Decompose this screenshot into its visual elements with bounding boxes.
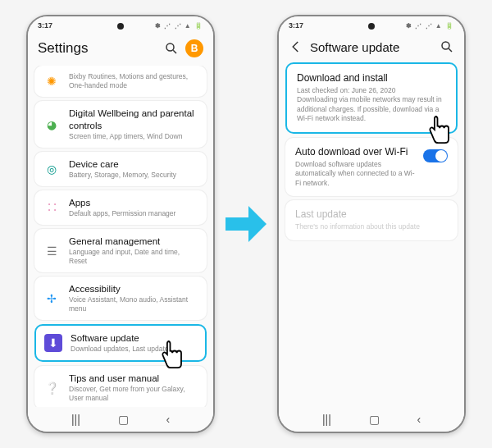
accessibility-icon: ✢ bbox=[43, 290, 61, 308]
nav-bar: ||| ▢ ‹ bbox=[279, 407, 464, 432]
software-update-icon: ⬇ bbox=[44, 334, 62, 352]
page-title: Software update bbox=[310, 40, 433, 54]
arrow-between-phones bbox=[221, 199, 271, 249]
svg-line-1 bbox=[173, 50, 176, 53]
profile-avatar[interactable]: B bbox=[185, 39, 203, 57]
settings-item-accessibility[interactable]: ✢ Accessibility Voice Assistant, Mono au… bbox=[34, 277, 207, 320]
status-time: 3:17 bbox=[289, 21, 303, 30]
search-icon[interactable] bbox=[440, 39, 454, 54]
auto-download-wifi[interactable]: Auto download over Wi-Fi Download softwa… bbox=[285, 138, 458, 196]
item-sub: Discover, Get more from your Galaxy, Use… bbox=[69, 385, 198, 403]
status-icons: ✽ ⋰ ⋰ ▲ 🔋 bbox=[155, 22, 203, 30]
settings-header: Settings B bbox=[28, 34, 213, 66]
settings-item-device-care[interactable]: ◎ Device care Battery, Storage, Memory, … bbox=[34, 152, 207, 186]
item-sub: Screen time, App timers, Wind Down bbox=[69, 132, 198, 141]
item-sub: Download updates, Last update bbox=[71, 345, 197, 354]
settings-item-software-update[interactable]: ⬇ Software update Download updates, Last… bbox=[34, 324, 207, 362]
status-time: 3:17 bbox=[38, 21, 52, 30]
general-icon: ☰ bbox=[43, 242, 61, 260]
item-title: Device care bbox=[69, 158, 198, 171]
item-sub: Download software updates automatically … bbox=[295, 160, 417, 188]
nav-back[interactable]: ‹ bbox=[417, 413, 421, 426]
page-title: Settings bbox=[38, 40, 157, 57]
search-icon[interactable] bbox=[164, 41, 179, 56]
nav-bar: ||| ▢ ‹ bbox=[28, 407, 213, 432]
svg-point-2 bbox=[442, 42, 449, 49]
item-sub: Voice Assistant, Mono audio, Assistant m… bbox=[69, 295, 198, 313]
item-sub: Default apps, Permission manager bbox=[69, 209, 198, 218]
apps-icon: ⸬ bbox=[43, 199, 61, 217]
item-sub: Language and input, Date and time, Reset bbox=[69, 248, 198, 266]
item-title: Digital Wellbeing and parental controls bbox=[69, 107, 198, 132]
last-update: Last update There's no information about… bbox=[285, 200, 458, 240]
gear-icon: ✺ bbox=[43, 72, 61, 90]
camera-punch-hole bbox=[117, 23, 124, 30]
nav-back[interactable]: ‹ bbox=[166, 413, 170, 426]
settings-list: ✺ Bixby Routines, Motions and gestures, … bbox=[28, 66, 213, 407]
back-icon[interactable] bbox=[289, 39, 303, 54]
item-title: Last update bbox=[295, 208, 448, 220]
nav-recents[interactable]: ||| bbox=[71, 413, 80, 426]
item-title: General management bbox=[69, 235, 198, 248]
item-sub: Last checked on: June 26, 2020 Downloadi… bbox=[297, 86, 446, 124]
settings-item-general[interactable]: ☰ General management Language and input,… bbox=[34, 229, 207, 272]
nav-recents[interactable]: ||| bbox=[322, 413, 331, 426]
settings-item-advanced[interactable]: ✺ Bixby Routines, Motions and gestures, … bbox=[34, 66, 207, 97]
item-title: Accessibility bbox=[69, 283, 198, 295]
item-sub: There's no information about this update bbox=[295, 222, 448, 231]
item-title: Software update bbox=[71, 332, 197, 345]
nav-home[interactable]: ▢ bbox=[369, 413, 380, 426]
wellbeing-icon: ◕ bbox=[43, 116, 61, 134]
item-title: Download and install bbox=[297, 72, 446, 84]
settings-item-wellbeing[interactable]: ◕ Digital Wellbeing and parental control… bbox=[34, 101, 207, 148]
svg-point-0 bbox=[166, 43, 174, 51]
item-sub: Battery, Storage, Memory, Security bbox=[69, 171, 198, 180]
settings-item-tips[interactable]: ❔ Tips and user manual Discover, Get mor… bbox=[34, 366, 207, 407]
auto-download-toggle[interactable] bbox=[423, 149, 448, 162]
camera-punch-hole bbox=[368, 23, 375, 30]
item-title: Tips and user manual bbox=[69, 373, 198, 385]
download-and-install[interactable]: Download and install Last checked on: Ju… bbox=[285, 62, 458, 134]
item-title: Apps bbox=[69, 197, 198, 209]
status-icons: ✽ ⋰ ⋰ ▲ 🔋 bbox=[406, 22, 454, 30]
svg-line-3 bbox=[449, 48, 452, 52]
software-update-header: Software update bbox=[279, 34, 464, 62]
nav-home[interactable]: ▢ bbox=[118, 413, 129, 426]
item-sub: Bixby Routines, Motions and gestures, On… bbox=[69, 72, 198, 90]
settings-item-apps[interactable]: ⸬ Apps Default apps, Permission manager bbox=[34, 190, 207, 225]
device-care-icon: ◎ bbox=[43, 160, 61, 178]
phone-software-update: 3:17 ✽ ⋰ ⋰ ▲ 🔋 Software update Download … bbox=[277, 15, 466, 433]
tips-icon: ❔ bbox=[43, 379, 61, 397]
software-update-list: Download and install Last checked on: Ju… bbox=[279, 62, 464, 407]
item-title: Auto download over Wi-Fi bbox=[295, 146, 417, 158]
phone-settings: 3:17 ✽ ⋰ ⋰ ▲ 🔋 Settings B ✺ Bixby Routin… bbox=[26, 15, 215, 433]
